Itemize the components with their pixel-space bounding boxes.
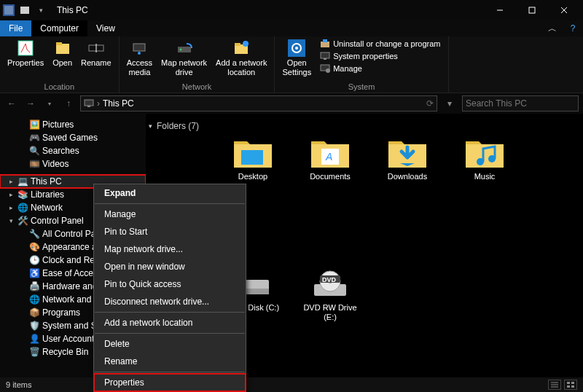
- access-media-button[interactable]: Access media: [124, 38, 155, 81]
- item-desktop[interactable]: Desktop: [224, 137, 281, 181]
- folders-header[interactable]: ▾Folders (7): [147, 118, 582, 134]
- ctx-new-window[interactable]: Open in new window: [94, 258, 246, 275]
- address-bar: ← → ▾ ↑ › This PC ⟳ ▾ Search This PC: [0, 93, 583, 114]
- sysprops-button[interactable]: System properties: [317, 50, 443, 62]
- tree-pictures[interactable]: 🖼️Pictures: [0, 118, 146, 131]
- libraries-icon: 📚: [17, 189, 28, 200]
- dvd-icon: DVD: [310, 268, 351, 300]
- pictures-icon: 🖼️: [29, 119, 39, 130]
- view-icons-button[interactable]: [564, 380, 577, 390]
- svg-rect-28: [85, 100, 93, 106]
- ctx-rename[interactable]: Rename: [94, 353, 246, 370]
- searches-icon: 🔍: [29, 146, 39, 156]
- manage-button[interactable]: Manage: [317, 63, 443, 74]
- tree-saved-games[interactable]: 🎮Saved Games: [0, 131, 146, 144]
- programs-icon: 📦: [29, 307, 39, 318]
- manage-label: Manage: [333, 64, 362, 74]
- network-icon: 🌐: [17, 203, 28, 213]
- svg-rect-23: [323, 39, 327, 42]
- qa-dropdown-icon[interactable]: ▾: [35, 4, 47, 16]
- users-icon: 👤: [29, 334, 39, 344]
- svg-rect-22: [321, 42, 329, 47]
- help-icon[interactable]: ?: [563, 20, 583, 36]
- uninstall-button[interactable]: Uninstall or change a program: [317, 38, 443, 50]
- view-details-button[interactable]: [548, 380, 561, 390]
- ctx-expand[interactable]: Expand: [94, 184, 246, 202]
- group-label-network: Network: [124, 81, 270, 93]
- system-icon: 🛡️: [29, 321, 39, 331]
- open-label: Open: [52, 58, 72, 68]
- item-dvd-drive[interactable]: DVD DVD RW Drive (E:): [302, 268, 359, 322]
- open-button[interactable]: Open: [50, 38, 75, 81]
- tab-view[interactable]: View: [87, 20, 124, 36]
- ctx-pin-qa[interactable]: Pin to Quick access: [94, 275, 246, 293]
- nav-recent-button[interactable]: ▾: [42, 96, 57, 111]
- ribbon-tabs: File Computer View ︿ ?: [0, 20, 583, 36]
- access-media-label: Access media: [127, 58, 152, 77]
- tree-searches[interactable]: 🔍Searches: [0, 144, 146, 157]
- svg-rect-4: [529, 7, 535, 13]
- rename-button[interactable]: Rename: [78, 38, 114, 81]
- svg-rect-49: [571, 382, 574, 384]
- folder-icon: A: [310, 137, 351, 169]
- pc-icon: [84, 98, 94, 109]
- add-location-button[interactable]: Add a network location: [213, 38, 270, 81]
- ctx-pin-start[interactable]: Pin to Start: [94, 223, 246, 240]
- ribbon-collapse-icon[interactable]: ︿: [542, 20, 563, 36]
- nav-up-button[interactable]: ↑: [61, 96, 76, 111]
- tab-computer[interactable]: Computer: [31, 20, 87, 36]
- chevron-down-icon: ▾: [149, 122, 152, 130]
- qa-icon[interactable]: [19, 4, 31, 16]
- ctx-add-location[interactable]: Add a network location: [94, 314, 246, 332]
- svg-rect-8: [56, 44, 69, 54]
- properties-label: Properties: [7, 58, 44, 68]
- tab-file[interactable]: File: [0, 20, 31, 36]
- item-documents[interactable]: A Documents: [302, 137, 359, 181]
- tree-videos[interactable]: 🎞️Videos: [0, 157, 146, 170]
- ctx-map-drive[interactable]: Map network drive...: [94, 240, 246, 258]
- control-panel-icon: 🛠️: [17, 216, 28, 226]
- nav-back-button[interactable]: ←: [4, 96, 19, 111]
- hardware-icon: 🖨️: [29, 281, 39, 291]
- ctx-delete[interactable]: Delete: [94, 335, 246, 353]
- svg-point-27: [326, 68, 330, 73]
- ctx-manage[interactable]: Manage: [94, 205, 246, 223]
- address-input[interactable]: › This PC ⟳: [80, 95, 437, 111]
- svg-rect-29: [87, 106, 90, 107]
- pc-icon: 💻: [17, 176, 28, 187]
- search-input[interactable]: Search This PC: [462, 95, 579, 111]
- svg-rect-48: [567, 382, 570, 384]
- app-icon: [3, 4, 15, 16]
- svg-text:DVD: DVD: [322, 276, 337, 283]
- item-downloads[interactable]: Downloads: [379, 137, 436, 181]
- svg-point-13: [138, 52, 141, 55]
- refresh-button[interactable]: ▾: [442, 98, 458, 109]
- svg-rect-17: [235, 43, 240, 46]
- appearance-icon: 🎨: [29, 242, 39, 252]
- ctx-disconnect[interactable]: Disconnect network drive...: [94, 293, 246, 310]
- context-menu: Expand Manage Pin to Start Map network d…: [93, 184, 246, 392]
- svg-rect-2: [20, 7, 29, 14]
- item-music[interactable]: Music: [456, 137, 513, 181]
- open-settings-button[interactable]: Open Settings: [279, 38, 314, 81]
- map-drive-button[interactable]: Map network drive: [158, 38, 210, 81]
- close-button[interactable]: [548, 0, 580, 20]
- status-text: 9 items: [6, 380, 31, 389]
- nav-forward-button[interactable]: →: [23, 96, 38, 111]
- svg-point-21: [295, 47, 298, 50]
- separator: [95, 333, 245, 334]
- svg-point-15: [179, 49, 181, 51]
- properties-button[interactable]: Properties: [4, 38, 47, 81]
- videos-icon: 🎞️: [29, 159, 39, 169]
- ribbon-group-network: Access media Map network drive Add a net…: [120, 36, 275, 93]
- svg-rect-30: [241, 150, 263, 165]
- uninstall-label: Uninstall or change a program: [333, 39, 440, 49]
- window-title: This PC: [57, 5, 88, 15]
- ribbon-group-location: Properties Open Rename Location: [0, 36, 120, 93]
- svg-rect-24: [321, 52, 329, 58]
- maximize-button[interactable]: [516, 0, 548, 20]
- folder-icon: [232, 137, 273, 169]
- minimize-button[interactable]: [484, 0, 516, 20]
- ctx-properties[interactable]: Properties: [94, 374, 246, 391]
- open-settings-label: Open Settings: [282, 58, 311, 77]
